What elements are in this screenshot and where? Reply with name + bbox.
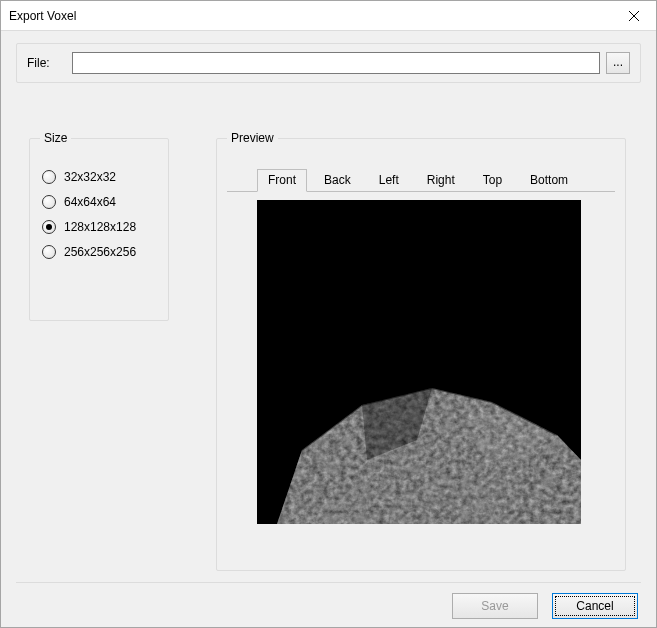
size-option-64x64x64[interactable]: 64x64x64 <box>42 195 156 209</box>
preview-tabstrip: FrontBackLeftRightTopBottom <box>257 167 615 191</box>
size-option-128x128x128[interactable]: 128x128x128 <box>42 220 156 234</box>
preview-image <box>257 200 581 524</box>
size-option-256x256x256[interactable]: 256x256x256 <box>42 245 156 259</box>
close-icon <box>629 11 639 21</box>
size-option-32x32x32[interactable]: 32x32x32 <box>42 170 156 184</box>
size-option-label: 128x128x128 <box>64 220 136 234</box>
radio-icon <box>42 245 56 259</box>
size-option-label: 32x32x32 <box>64 170 116 184</box>
tab-left[interactable]: Left <box>368 169 410 192</box>
browse-button[interactable]: ... <box>606 52 630 74</box>
radio-icon <box>42 220 56 234</box>
tab-bottom[interactable]: Bottom <box>519 169 579 192</box>
tab-top[interactable]: Top <box>472 169 513 192</box>
size-option-label: 64x64x64 <box>64 195 116 209</box>
footer: Save Cancel <box>452 593 638 619</box>
preview-legend: Preview <box>227 131 278 145</box>
file-label: File: <box>27 56 72 70</box>
titlebar: Export Voxel <box>1 1 656 31</box>
size-legend: Size <box>40 131 71 145</box>
file-path-input[interactable] <box>72 52 600 74</box>
tab-right[interactable]: Right <box>416 169 466 192</box>
size-group: Size 32x32x3264x64x64128x128x128256x256x… <box>29 131 169 321</box>
preview-group: Preview FrontBackLeftRightTopBottom <box>216 131 626 571</box>
cancel-button[interactable]: Cancel <box>552 593 638 619</box>
export-voxel-dialog: Export Voxel File: ... Size 32x32x3264x6… <box>0 0 657 628</box>
file-row: File: ... <box>16 43 641 83</box>
window-title: Export Voxel <box>9 9 76 23</box>
close-button[interactable] <box>611 1 656 30</box>
save-button[interactable]: Save <box>452 593 538 619</box>
size-option-label: 256x256x256 <box>64 245 136 259</box>
radio-icon <box>42 195 56 209</box>
radio-icon <box>42 170 56 184</box>
tab-front[interactable]: Front <box>257 169 307 192</box>
tab-back[interactable]: Back <box>313 169 362 192</box>
footer-separator <box>16 582 641 583</box>
client-area: File: ... Size 32x32x3264x64x64128x128x1… <box>1 31 656 627</box>
